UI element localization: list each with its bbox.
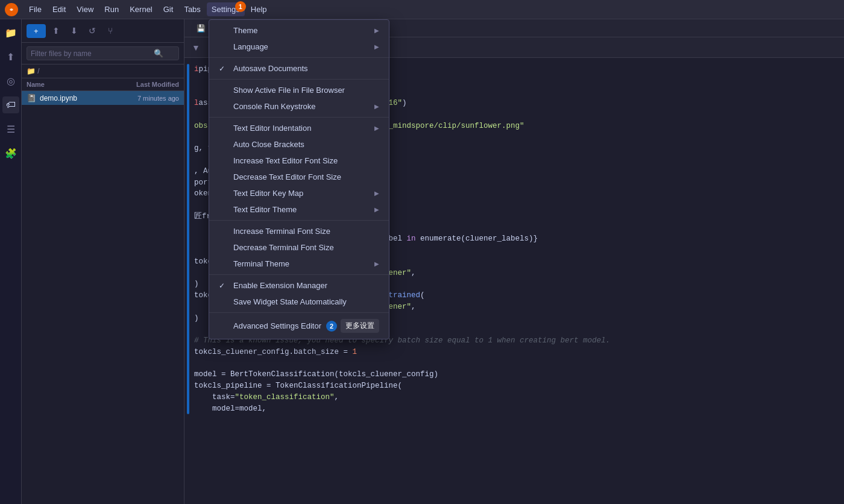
file-icon: 📓 (27, 93, 36, 102)
app-logo (5, 3, 18, 16)
menu-tabs[interactable]: Tabs (179, 2, 205, 16)
menu-edit[interactable]: Edit (48, 2, 71, 16)
menu-advanced[interactable]: Advanced Settings Editor 2 更多设置 (209, 315, 389, 336)
menu-autosave[interactable]: ✓ Autosave Documents (209, 60, 389, 77)
cell-bar (187, 64, 189, 414)
file-toolbar: + + ⬆ ⬇ ↺ ⑂ (22, 19, 184, 43)
menu-file[interactable]: File (24, 2, 46, 16)
menu-git[interactable]: Git (159, 2, 178, 16)
file-header: Name Last Modified (22, 78, 184, 91)
menu-decrease-editor-font[interactable]: Decrease Text Editor Font Size (209, 169, 389, 185)
refresh-btn[interactable]: ↺ (84, 23, 100, 39)
sidebar-files-btn[interactable]: 📁 (2, 24, 19, 41)
file-row[interactable]: 📓 demo.ipynb 7 minutes ago (22, 91, 184, 105)
sidebar-circle-btn[interactable]: ◎ (2, 72, 19, 89)
name-col-header: Name (27, 81, 101, 88)
menu-editor-theme[interactable]: Text Editor Theme ▶ (209, 201, 389, 218)
arrow-icon: ▶ (374, 190, 379, 197)
icon-sidebar: 📁 ⬆ ◎ 🏷 ☰ 🧩 (0, 19, 22, 504)
new-file-button[interactable]: + + (27, 24, 46, 38)
file-name: demo.ipynb (40, 94, 101, 102)
menu-console-run[interactable]: Console Run Keystroke ▶ (209, 98, 389, 115)
menu-theme[interactable]: Theme ▶ (209, 22, 389, 39)
file-date: 7 minutes ago (101, 95, 179, 102)
divider (209, 220, 389, 221)
sidebar-tag-btn[interactable]: 🏷 (2, 96, 19, 113)
menu-auto-close[interactable]: Auto Close Brackets (209, 136, 389, 153)
date-col-header: Last Modified (101, 81, 179, 88)
arrow-icon: ▶ (374, 206, 379, 213)
arrow-icon: ▶ (374, 125, 379, 131)
plus-icon: + (34, 27, 39, 36)
arrow-icon: ▶ (374, 43, 379, 50)
file-panel: + + ⬆ ⬇ ↺ ⑂ 🔍 📁 / Name Last Modified 📓 d… (22, 19, 184, 504)
code-line (194, 358, 610, 370)
menu-run[interactable]: Run (99, 2, 124, 16)
arrow-icon: ▶ (374, 103, 379, 110)
code-line: model=model, (194, 403, 610, 415)
menu-decrease-term-font[interactable]: Decrease Terminal Font Size (209, 239, 389, 256)
divider (209, 312, 389, 313)
code-line: tokcls_cluener_config.batch_size = 1 (194, 347, 610, 358)
sidebar-upload-btn[interactable]: ⬆ (2, 48, 19, 65)
search-row: 🔍 (22, 43, 184, 65)
menu-text-indent[interactable]: Text Editor Indentation ▶ (209, 120, 389, 136)
settings-dropdown: Theme ▶ Language ▶ ✓ Autosave Documents … (209, 19, 389, 339)
download-btn[interactable]: ⬇ (66, 23, 82, 39)
divider (209, 274, 389, 275)
more-settings-tooltip: 更多设置 (341, 319, 379, 333)
toolbar-dropdown-btn[interactable]: ▼ (189, 42, 203, 54)
code-line: tokcls_pipeline = TokenClassificationPip… (194, 380, 610, 392)
git-btn[interactable]: ⑂ (102, 23, 118, 39)
settings-badge: 1 (235, 1, 246, 12)
folder-icon: 📁 (27, 67, 36, 75)
breadcrumb: 📁 / (22, 65, 184, 78)
menu-editor-keymap[interactable]: Text Editor Key Map ▶ (209, 185, 389, 201)
menu-kernel[interactable]: Kernel (125, 2, 157, 16)
menu-increase-editor-font[interactable]: Increase Text Editor Font Size (209, 153, 389, 169)
menu-language[interactable]: Language ▶ (209, 39, 389, 55)
divider (209, 117, 389, 118)
search-input[interactable] (31, 49, 151, 58)
menu-ext-manager[interactable]: ✓ Enable Extension Manager (209, 277, 389, 294)
code-line: task="token_classification", (194, 392, 610, 403)
sidebar-list-btn[interactable]: ☰ (2, 121, 19, 137)
arrow-icon: ▶ (374, 27, 379, 34)
menu-help[interactable]: Help (246, 2, 272, 16)
advanced-badge: 2 (326, 321, 337, 332)
upload-btn[interactable]: ⬆ (48, 23, 64, 39)
menubar: File Edit View Run Kernel Git Tabs Setti… (0, 0, 844, 19)
search-icon: 🔍 (154, 49, 163, 58)
menu-save-widget[interactable]: Save Widget State Automatically (209, 294, 389, 310)
menu-settings[interactable]: Settings 1 (207, 2, 245, 16)
divider (209, 57, 389, 58)
arrow-icon: ▶ (374, 260, 379, 267)
divider (209, 79, 389, 80)
code-line: model = BertTokenClassification(tokcls_c… (194, 369, 610, 380)
menu-view[interactable]: View (72, 2, 98, 16)
menu-increase-term-font[interactable]: Increase Terminal Font Size (209, 223, 389, 239)
sidebar-extensions-btn[interactable]: 🧩 (2, 145, 19, 162)
menu-show-active[interactable]: Show Active File in File Browser (209, 82, 389, 98)
menu-terminal-theme[interactable]: Terminal Theme ▶ (209, 256, 389, 272)
